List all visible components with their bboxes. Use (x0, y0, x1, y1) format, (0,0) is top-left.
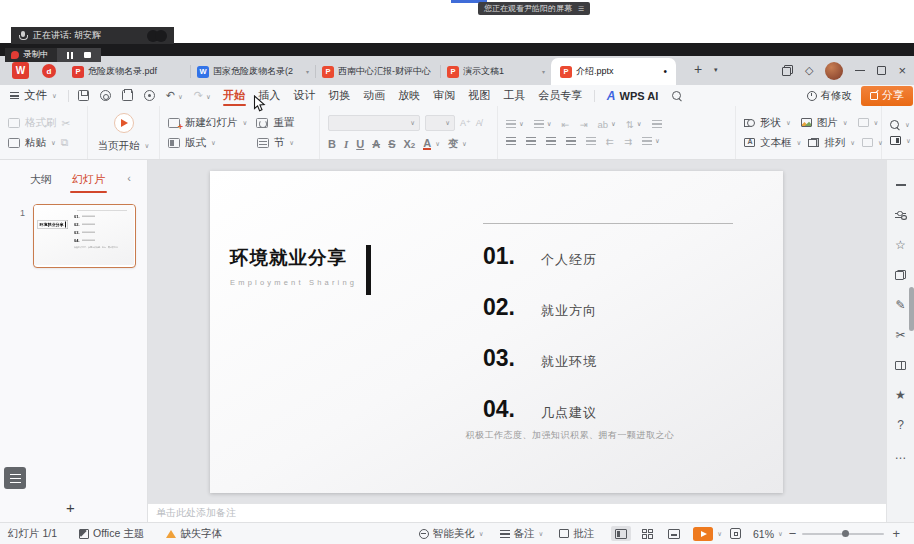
paste-button[interactable]: 粘贴 (25, 136, 46, 150)
member-icon[interactable]: ★ (887, 380, 914, 410)
slide-sorter-button[interactable] (638, 526, 657, 541)
zoom-slider-thumb[interactable] (842, 530, 849, 537)
notes-bar[interactable]: 单击此处添加备注 (148, 503, 886, 522)
modified-status[interactable]: 有修改 (807, 89, 853, 103)
list-item-2[interactable]: 02.就业方向 (483, 294, 735, 326)
workspace-icon[interactable]: ◇ (805, 64, 813, 77)
menu-animation[interactable]: 动画 (357, 85, 392, 106)
strike-button[interactable]: A (372, 138, 380, 150)
tab-ppt-report[interactable]: P 西南中心汇报-财评中心 (316, 58, 440, 85)
increase-font-icon[interactable]: A⁺ (460, 118, 471, 128)
slide-title[interactable]: 环境就业分享 (230, 245, 357, 270)
bullet-list-icon[interactable] (506, 120, 516, 128)
slideshow-play-button[interactable] (693, 527, 713, 541)
format-painter-button[interactable]: 格式刷 (25, 116, 57, 130)
docer-icon[interactable]: d (42, 64, 56, 78)
menu-view[interactable]: 视图 (462, 85, 497, 106)
menu-tools[interactable]: 工具 (497, 85, 532, 106)
tab-doc-document[interactable]: W 国家危险废物名录(2 ▾ (191, 58, 315, 85)
list-item-4[interactable]: 04.几点建议 (483, 396, 735, 428)
zoom-slider[interactable] (802, 533, 884, 535)
align-right-icon[interactable] (546, 137, 556, 145)
slide-thumbnail[interactable]: 环境就业分享 01. 02. 03. 04. 积极工作态度、加强知识积累、拥有一… (33, 204, 136, 268)
tab-intro-pptx-active[interactable]: P 介绍.pptx • (551, 58, 676, 85)
menu-member[interactable]: 会员专享 (532, 85, 589, 106)
section-button[interactable]: 节 (274, 136, 285, 150)
reset-button[interactable]: 重置 (273, 116, 294, 130)
wps-ai-button[interactable]: A WPS AI (600, 89, 665, 103)
theme-indicator[interactable]: Office 主题 (68, 527, 155, 541)
stop-recording-button[interactable] (84, 52, 91, 59)
pause-recording-button[interactable] (67, 52, 74, 59)
paragraph-more-icon[interactable] (642, 137, 652, 145)
menu-slideshow[interactable]: 放映 (392, 85, 427, 106)
align-left-icon[interactable] (506, 137, 516, 145)
wps-logo[interactable]: W (12, 62, 29, 79)
para-spacing-icon[interactable]: ⇉ (624, 136, 632, 147)
collapse-sidebar-icon[interactable] (887, 170, 914, 200)
comments-button[interactable]: 批注 (551, 527, 602, 541)
slide-canvas[interactable]: 环境就业分享 Employment Sharing 01.个人经历 02.就业方… (148, 160, 886, 503)
play-from-page-button[interactable]: 当页开始 (98, 139, 140, 153)
print-button[interactable] (122, 90, 133, 101)
notes-button[interactable]: 备注∨ (492, 527, 552, 541)
menu-home[interactable]: 开始 (217, 85, 252, 106)
export-button[interactable] (100, 90, 111, 101)
reading-view-button[interactable] (664, 526, 684, 541)
tooltip-menu-icon[interactable]: ☰ (578, 5, 584, 13)
font-family-select[interactable]: ∨ (328, 115, 420, 131)
search-icon[interactable] (672, 91, 682, 101)
underline-button[interactable]: U (356, 138, 364, 150)
save-button[interactable] (78, 90, 89, 101)
undo-button[interactable]: ↶ ∨ (166, 89, 183, 102)
font-size-select[interactable]: ∨ (425, 115, 455, 131)
maximize-button[interactable] (877, 66, 886, 75)
font-color-button[interactable]: A (423, 138, 431, 150)
tab-pdf-document[interactable]: P 危险废物名录.pdf (66, 58, 190, 85)
picture-button[interactable]: 图片 (817, 116, 838, 130)
user-avatar[interactable] (825, 62, 843, 80)
fill-icon[interactable] (858, 118, 869, 127)
outline-tab[interactable]: 大纲 (30, 172, 52, 193)
numbered-list-icon[interactable] (534, 120, 544, 128)
slides-tab[interactable]: 幻灯片 (72, 172, 105, 193)
tab-overview-icon[interactable] (782, 65, 793, 76)
favorites-icon[interactable]: ☆ (887, 230, 914, 260)
decrease-indent-icon[interactable]: ⇤ (562, 119, 570, 130)
textbox-button[interactable]: 文本框 (760, 136, 792, 150)
zoom-out-button[interactable]: − (783, 526, 803, 541)
preview-button[interactable] (144, 90, 155, 101)
new-slide-button[interactable]: 新建幻灯片 (185, 116, 238, 130)
help-icon[interactable]: ? (887, 410, 914, 440)
slide-caption[interactable]: 积极工作态度、加强知识积累、拥有一颗进取之心 (395, 429, 745, 442)
layout-button[interactable]: 版式 (185, 136, 206, 150)
file-menu[interactable]: 文件 ∨ (0, 88, 63, 103)
fit-slide-icon[interactable] (730, 528, 741, 539)
text-direction-icon[interactable]: ab (597, 119, 608, 130)
collapse-panel-icon[interactable]: ‹ (127, 172, 131, 184)
superscript-button[interactable]: X2 (403, 138, 415, 150)
menu-design[interactable]: 设计 (287, 85, 322, 106)
template-icon[interactable] (887, 350, 914, 380)
minimize-button[interactable] (855, 70, 865, 71)
new-tab-button[interactable]: + (694, 62, 702, 76)
redo-button[interactable]: ↷ ∨ (194, 89, 211, 102)
distribute-icon[interactable] (586, 137, 596, 145)
object-properties-icon[interactable] (887, 200, 914, 230)
normal-view-button[interactable] (611, 526, 631, 541)
list-item-1[interactable]: 01.个人经历 (483, 243, 735, 275)
shapes-button[interactable]: 形状 (760, 116, 781, 130)
justify-icon[interactable] (566, 137, 576, 145)
list-item-3[interactable]: 03.就业环境 (483, 345, 735, 377)
tab-list-caret[interactable]: ▾ (714, 66, 718, 74)
slide-subtitle[interactable]: Employment Sharing (230, 278, 357, 287)
zoom-level[interactable]: 61% (749, 528, 778, 540)
tab-presentation1[interactable]: P 演示文稿1 ▾ (441, 58, 551, 85)
task-window-icon[interactable] (890, 136, 901, 145)
outline-float-button[interactable] (4, 467, 26, 489)
quick-style-icon[interactable] (862, 138, 873, 147)
strike2-button[interactable]: S (388, 138, 395, 150)
columns-icon[interactable] (652, 120, 662, 128)
smart-beautify-button[interactable]: 智能美化∨ (411, 527, 492, 541)
material-library-icon[interactable] (887, 260, 914, 290)
